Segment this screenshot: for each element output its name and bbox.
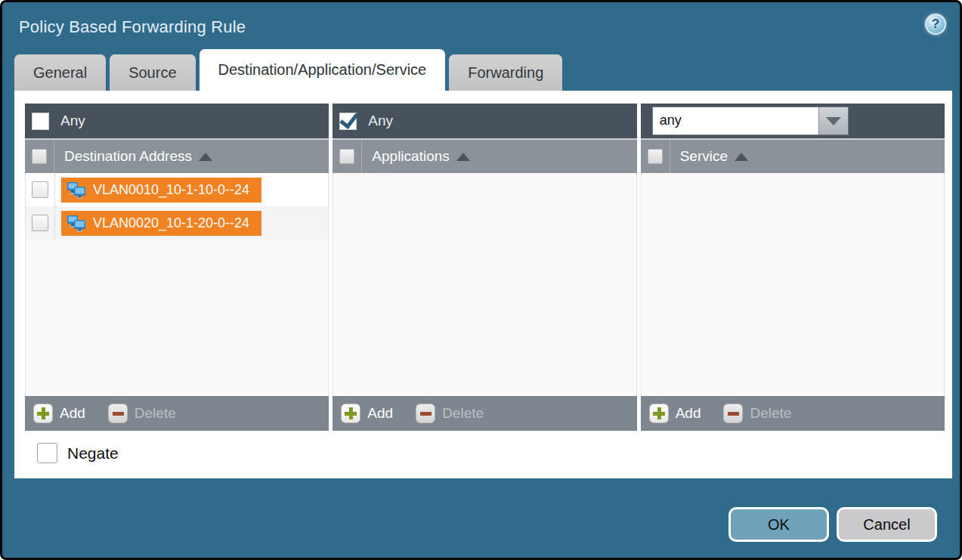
delete-minus-icon [723, 404, 743, 423]
row-checkbox[interactable] [32, 215, 48, 231]
negate-row: Negate [37, 443, 952, 463]
address-item-label: VLAN0010_10-1-10-0--24 [93, 182, 249, 198]
service-toolbar: Add Delete [641, 396, 945, 431]
dropdown-button[interactable] [818, 107, 848, 135]
destination-any-checkbox[interactable] [32, 113, 49, 130]
add-button[interactable]: Add [33, 404, 85, 423]
service-column: any Service Add [641, 104, 945, 431]
dialog-actions: OK Cancel [728, 507, 937, 542]
destination-address-list: VLAN0010_10-1-10-0--24 [25, 173, 329, 396]
service-type-value: any [653, 107, 818, 135]
applications-column: Any Applications Add Delete [333, 104, 636, 431]
service-list [641, 173, 945, 396]
destination-column-header[interactable]: Destination Address [25, 138, 329, 173]
applications-any-checkbox[interactable] [339, 113, 357, 130]
destination-select-all-checkbox[interactable] [32, 149, 47, 164]
destination-header-label: Destination Address [64, 148, 192, 165]
page-title: Policy Based Forwarding Rule [19, 17, 246, 37]
content-panel: Any Destination Address [14, 91, 952, 478]
network-address-icon [67, 214, 86, 232]
sort-ascending-icon [199, 153, 212, 161]
destination-any-label: Any [60, 113, 85, 129]
delete-button[interactable]: Delete [416, 404, 484, 423]
table-row: VLAN0010_10-1-10-0--24 [26, 173, 328, 206]
sort-ascending-icon [735, 153, 748, 161]
tab-source[interactable]: Source [110, 54, 195, 91]
address-item[interactable]: VLAN0020_10-1-20-0--24 [61, 211, 261, 236]
tab-bar: General Source Destination/Application/S… [2, 49, 960, 91]
applications-any-header: Any [333, 104, 636, 138]
add-button[interactable]: Add [649, 404, 701, 423]
tab-general[interactable]: General [14, 54, 106, 91]
add-plus-icon [649, 404, 669, 423]
applications-select-all-checkbox[interactable] [339, 149, 354, 164]
tab-destination-application-service[interactable]: Destination/Application/Service [200, 49, 446, 91]
delete-minus-icon [416, 404, 435, 423]
destination-toolbar: Add Delete [25, 396, 329, 431]
delete-minus-icon [108, 404, 128, 423]
service-column-header[interactable]: Service [641, 138, 945, 173]
delete-button[interactable]: Delete [108, 404, 176, 423]
service-type-dropdown[interactable]: any [652, 107, 849, 135]
service-header-label: Service [680, 148, 728, 165]
applications-toolbar: Add Delete [333, 396, 636, 431]
chevron-down-icon [826, 117, 841, 125]
applications-list [333, 173, 636, 396]
help-icon: ? [932, 17, 939, 32]
pbf-rule-dialog: Policy Based Forwarding Rule ? General S… [0, 0, 962, 560]
destination-any-header: Any [25, 104, 329, 138]
add-plus-icon [341, 404, 360, 423]
table-row: VLAN0020_10-1-20-0--24 [26, 206, 328, 240]
add-plus-icon [33, 404, 53, 423]
row-checkbox[interactable] [32, 181, 48, 198]
service-any-header: any [641, 104, 945, 138]
negate-label: Negate [67, 444, 119, 463]
title-bar: Policy Based Forwarding Rule ? [2, 2, 960, 49]
network-address-icon [67, 181, 86, 199]
add-button[interactable]: Add [341, 404, 393, 423]
help-button[interactable]: ? [925, 14, 946, 35]
service-select-all-checkbox[interactable] [648, 149, 663, 164]
applications-any-label: Any [368, 113, 393, 129]
applications-header-label: Applications [372, 148, 449, 165]
destination-address-column: Any Destination Address [25, 104, 329, 431]
sort-ascending-icon [456, 153, 470, 161]
address-item[interactable]: VLAN0010_10-1-10-0--24 [61, 178, 261, 203]
delete-button[interactable]: Delete [723, 404, 791, 423]
address-item-label: VLAN0020_10-1-20-0--24 [93, 215, 249, 231]
tab-forwarding[interactable]: Forwarding [449, 54, 562, 91]
cancel-button[interactable]: Cancel [837, 507, 937, 542]
applications-column-header[interactable]: Applications [333, 138, 636, 173]
ok-button[interactable]: OK [728, 507, 829, 542]
negate-checkbox[interactable] [37, 443, 57, 463]
